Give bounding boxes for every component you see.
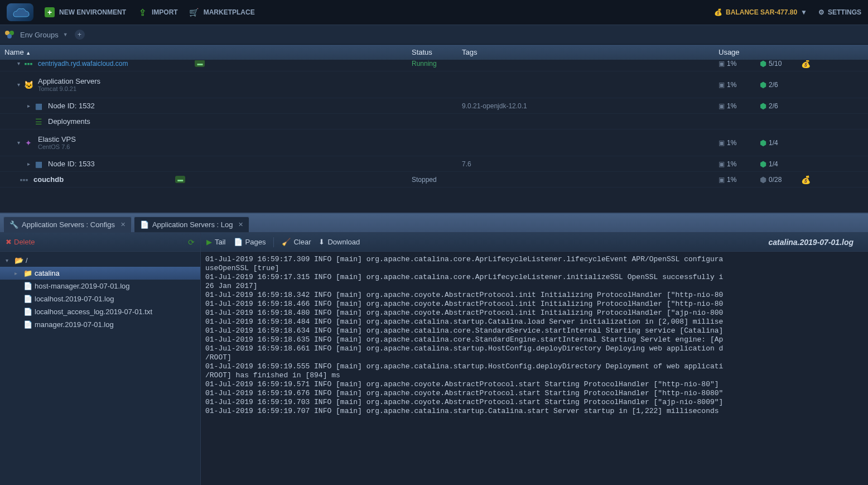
marketplace-label: MARKETPLACE	[204, 8, 255, 16]
file-icon: 📄	[23, 308, 32, 316]
column-status[interactable]: Status	[412, 48, 462, 56]
chevron-right-icon[interactable]: ▸	[15, 270, 21, 276]
svg-point-2	[7, 34, 12, 39]
chevron-right-icon[interactable]: ▸	[25, 102, 32, 110]
log-icon: 📄	[140, 220, 149, 229]
disk-icon: ▣	[718, 102, 725, 110]
deploy-badge-icon: ▬	[195, 60, 205, 67]
env-groups-bar: Env Groups ▼ +	[0, 25, 868, 45]
environment-row[interactable]: ▾ ▪▪▪ centriyadh.ryd.wafaicloud.com ▬ Ru…	[0, 60, 868, 71]
cloudlet-usage: 5/10	[769, 60, 782, 68]
clear-icon: 🧹	[282, 238, 291, 246]
app-logo[interactable]	[7, 3, 33, 21]
close-icon[interactable]: ✕	[238, 221, 243, 228]
column-tags[interactable]: Tags	[462, 48, 718, 56]
file-icon: 📄	[23, 282, 32, 290]
pages-button[interactable]: 📄 Pages	[234, 238, 266, 246]
env-hostname[interactable]: centriyadh.ryd.wafaicloud.com	[38, 60, 128, 68]
column-name[interactable]: Name ▲	[4, 48, 412, 56]
chevron-down-icon[interactable]: ▾	[6, 257, 12, 263]
tree-folder[interactable]: ▸ 📁 catalina	[0, 267, 200, 280]
disk-usage: 1%	[727, 160, 736, 168]
import-icon: ⇪	[137, 7, 147, 17]
tree-file[interactable]: 📄 localhost.2019-07-01.log	[0, 292, 200, 305]
log-content[interactable]: 01-Jul-2019 16:59:17.309 INFO [main] org…	[201, 252, 868, 485]
env-groups-button[interactable]: Env Groups ▼	[4, 30, 68, 40]
tree-file-label: localhost_access_log.2019-07-01.txt	[35, 308, 152, 316]
tree-file-label: manager.2019-07-01.log	[35, 320, 114, 329]
clear-label: Clear	[293, 238, 311, 246]
sort-asc-icon: ▲	[26, 50, 31, 56]
disk-usage: 1%	[727, 139, 736, 147]
group-version: CentOS 7.6	[38, 143, 76, 150]
file-tree: ▾ 📂 / ▸ 📁 catalina 📄 host-manager.2019-0…	[0, 252, 200, 485]
tail-icon: ▶	[206, 238, 212, 246]
tree-file[interactable]: 📄 host-manager.2019-07-01.log	[0, 280, 200, 292]
environment-row[interactable]: ▸ ▪▪▪ couchdb ▬ Stopped ▣1% ⬢0/28 💰	[0, 172, 868, 188]
billing-icon[interactable]: 💰	[801, 60, 813, 68]
node-group-row[interactable]: ▾ 🐱 Application Servers Tomcat 9.0.21 ▣1…	[0, 71, 868, 98]
group-title: Application Servers	[38, 77, 100, 85]
tomcat-icon: 🐱	[22, 80, 35, 90]
add-env-group-button[interactable]: +	[75, 30, 85, 40]
disk-icon: ▣	[718, 81, 725, 89]
import-button[interactable]: ⇪ IMPORT	[137, 7, 178, 17]
deployments-row[interactable]: ☰ Deployments	[0, 114, 868, 129]
new-environment-button[interactable]: + NEW ENVIRONMENT	[45, 7, 126, 17]
balance-button[interactable]: 💰 BALANCE SAR-477.80 ▼	[714, 8, 807, 16]
group-version: Tomcat 9.0.21	[38, 85, 100, 92]
tree-folder-label: catalina	[35, 269, 60, 277]
chevron-down-icon: ▼	[63, 32, 68, 37]
settings-button[interactable]: ⚙ SETTINGS	[818, 8, 861, 16]
node-tags: 9.0.21-openjdk-12.0.1	[462, 102, 718, 110]
deploy-badge-icon: ▬	[175, 176, 185, 183]
refresh-button[interactable]: ⟳	[188, 238, 195, 247]
disk-usage: 1%	[727, 81, 736, 89]
env-groups-icon	[4, 30, 16, 40]
marketplace-button[interactable]: 🛒 MARKETPLACE	[189, 7, 255, 17]
tree-file[interactable]: 📄 localhost_access_log.2019-07-01.txt	[0, 305, 200, 318]
tree-file[interactable]: 📄 manager.2019-07-01.log	[0, 318, 200, 331]
file-icon: 📄	[23, 295, 32, 303]
cloudlet-usage: 1/4	[769, 160, 778, 168]
node-tags: 7.6	[462, 160, 718, 168]
chevron-down-icon[interactable]: ▾	[15, 139, 22, 147]
import-label: IMPORT	[152, 8, 178, 16]
download-button[interactable]: ⬇ Download	[319, 238, 360, 246]
download-label: Download	[327, 238, 360, 246]
cloudlet-icon: ⬢	[760, 138, 766, 147]
folder-open-icon: 📂	[15, 256, 23, 265]
group-title: Elastic VPS	[38, 135, 76, 143]
plus-icon: +	[45, 7, 55, 17]
chevron-down-icon[interactable]: ▾	[15, 60, 22, 68]
chevron-down-icon[interactable]: ▾	[15, 81, 22, 89]
close-icon[interactable]: ✕	[120, 221, 126, 228]
bottom-panel: 🔧 Application Servers : Configs ✕ 📄 Appl…	[0, 213, 868, 485]
tree-root[interactable]: ▾ 📂 /	[0, 254, 200, 267]
delete-label: Delete	[14, 238, 35, 246]
file-toolbar: ✖ Delete ⟳	[0, 233, 200, 252]
node-row[interactable]: ▸ ▦ Node ID: 1532 9.0.21-openjdk-12.0.1 …	[0, 98, 868, 114]
billing-icon[interactable]: 💰	[801, 175, 813, 184]
node-row[interactable]: ▸ ▦ Node ID: 1533 7.6 ▣1% ⬢1/4	[0, 156, 868, 172]
disk-icon: ▣	[718, 160, 725, 168]
clear-button[interactable]: 🧹 Clear	[282, 238, 311, 246]
node-label: Node ID: 1533	[48, 160, 95, 168]
cloudlet-icon: ⬢	[760, 60, 766, 68]
tab-configs[interactable]: 🔧 Application Servers : Configs ✕	[3, 217, 132, 232]
environment-icon: ▪▪▪	[22, 60, 35, 69]
column-usage[interactable]: Usage	[718, 48, 864, 56]
cloudlet-usage: 1/4	[769, 139, 778, 147]
node-group-row[interactable]: ▾ ✦ Elastic VPS CentOS 7.6 ▣1% ⬢1/4	[0, 129, 868, 156]
delete-button[interactable]: ✖ Delete	[6, 238, 35, 246]
tail-button[interactable]: ▶ Tail	[206, 238, 226, 246]
panel-tab-strip: 🔧 Application Servers : Configs ✕ 📄 Appl…	[0, 214, 868, 233]
new-environment-label: NEW ENVIRONMENT	[59, 8, 126, 16]
log-title: catalina.2019-07-01.log	[768, 238, 862, 247]
cloudlet-icon: ⬢	[760, 160, 766, 169]
gear-icon: ⚙	[818, 8, 824, 16]
deployments-label: Deployments	[48, 117, 90, 126]
chevron-right-icon[interactable]: ▸	[25, 160, 32, 168]
disk-usage: 1%	[727, 102, 736, 110]
tab-log[interactable]: 📄 Application Servers : Log ✕	[134, 217, 250, 232]
